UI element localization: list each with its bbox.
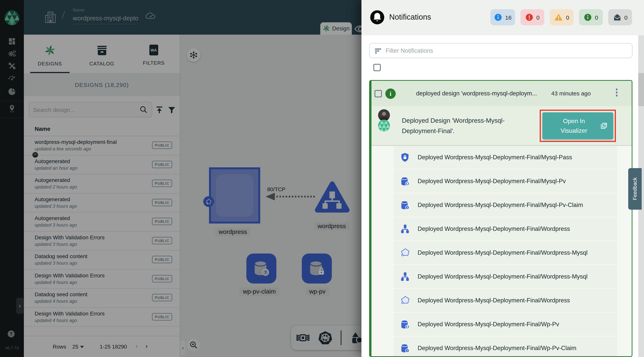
open-in-visualizer-button[interactable]: Open InVisualizer — [542, 112, 613, 139]
success-icon — [584, 13, 592, 21]
feedback-tab[interactable]: Feedback — [628, 168, 642, 210]
svg-text:?: ? — [406, 206, 408, 209]
service-pentagon-badge-icon[interactable] — [203, 196, 214, 207]
tab-filters[interactable]: WA FILTERS — [128, 35, 180, 73]
design-row[interactable]: Datadog seed contentupdated 4 hours agoP… — [24, 289, 180, 308]
kanvas-pin-icon[interactable] — [8, 104, 16, 114]
configuration-tools-icon[interactable] — [8, 61, 16, 70]
deployment-event-row[interactable]: Deployed Wordpress-Mysql-Deployment-Fina… — [394, 146, 617, 169]
info-count-pill[interactable]: 16 — [490, 9, 515, 25]
persistent-volume-icon — [400, 176, 410, 186]
notifications-drawer: Notifications 16 0 0 0 — [362, 0, 644, 357]
collapse-panel-handle[interactable]: ‹ — [180, 341, 186, 355]
search-design-input[interactable] — [33, 106, 139, 113]
design-row[interactable]: Design With Validation Errorsupdated 4 h… — [24, 270, 180, 289]
node-wp-pv-claim[interactable]: ? — [246, 254, 276, 284]
canvas-menu-button[interactable] — [187, 48, 200, 62]
help-icon[interactable]: ? — [8, 331, 15, 337]
design-name-input[interactable] — [73, 15, 138, 24]
next-page-button[interactable]: › — [146, 342, 148, 350]
edge-port-label: 80/TCP — [267, 186, 286, 192]
active-tab-indicator — [30, 72, 70, 73]
node-label-wp-pv-claim: wp-pv-claim — [240, 287, 279, 296]
tab-catalog[interactable]: CATALOG — [76, 35, 128, 73]
notification-checkbox[interactable] — [374, 90, 382, 97]
scrollbar-thumb[interactable] — [638, 73, 644, 106]
breadcrumb-separator: / — [61, 9, 66, 21]
deployment-event-row[interactable]: ?Deployed Wordpress-Mysql-Deployment-Fin… — [394, 337, 617, 357]
event-text: Deployed Wordpress-Mysql-Deployment-Fina… — [418, 202, 583, 209]
deployment-event-row[interactable]: Deployed Wordpress-Mysql-Deployment-Fina… — [394, 241, 617, 264]
prev-page-button[interactable]: ‹ — [136, 342, 138, 350]
zoom-in-button[interactable] — [187, 339, 200, 352]
deployment-icon — [400, 272, 410, 282]
notification-menu-button[interactable] — [613, 87, 620, 97]
design-row[interactable]: Autogeneratedupdated 2 hours agoPUBLIC — [24, 174, 180, 193]
rows-label: Rows — [53, 344, 66, 350]
svg-text:?: ? — [406, 349, 408, 353]
edge-80-tcp[interactable] — [265, 192, 316, 202]
pagination-range: 1-25 18290 — [100, 344, 127, 350]
dock-divider — [341, 331, 342, 345]
event-text: Deployed Wordpress-Mysql-Deployment-Fina… — [418, 178, 566, 185]
performance-icon[interactable] — [8, 73, 16, 82]
warning-icon — [554, 13, 563, 21]
design-canvas[interactable]: wordpress 80/TCP wordpress ? wp-pv-claim… — [180, 35, 362, 357]
warning-count-pill[interactable]: 0 — [550, 9, 574, 25]
secret-shield-icon — [400, 152, 410, 162]
design-row[interactable]: Design With Validation Errorsupdated 3 h… — [24, 231, 180, 250]
node-label-wordpress-service: wordpress — [215, 228, 250, 236]
rail-divider — [0, 118, 24, 118]
organization-icon[interactable] — [44, 11, 57, 24]
node-wp-pv[interactable] — [302, 254, 332, 284]
design-row[interactable]: wordpress-mysql-deployment-finalupdated … — [24, 136, 180, 155]
severity-filter-pills: 16 0 0 0 0 — [490, 9, 632, 25]
search-design-box[interactable] — [29, 102, 152, 117]
meshery-logo-icon[interactable] — [4, 10, 20, 25]
rows-per-page-select[interactable]: 25 — [72, 344, 84, 350]
visibility-badge: PUBLIC — [152, 199, 172, 206]
design-row[interactable]: Autogeneratedupdated 3 hours agoPUBLIC — [24, 212, 180, 231]
expand-rail-button[interactable]: › — [16, 298, 24, 314]
deployment-event-row[interactable]: Deployed Wordpress-Mysql-Deployment-Fina… — [394, 265, 617, 288]
deployment-event-row[interactable]: Deployed Wordpress-Mysql-Deployment-Fina… — [394, 313, 617, 336]
deployment-event-row[interactable]: ?Deployed Wordpress-Mysql-Deployment-Fin… — [394, 194, 617, 217]
select-all-checkbox[interactable] — [374, 64, 381, 71]
visibility-badge: PUBLIC — [152, 180, 172, 187]
deployment-event-row[interactable]: Deployed Wordpress-Mysql-Deployment-Fina… — [394, 289, 617, 312]
visibility-badge: PUBLIC — [152, 142, 172, 149]
notification-summary-row[interactable]: i deployed design 'wordpress-mysql-deplo… — [372, 81, 632, 106]
column-header-name: Name — [24, 123, 180, 136]
search-icon — [139, 105, 148, 114]
filter-notifications-box[interactable] — [369, 43, 632, 58]
notifications-bell-icon — [370, 10, 384, 25]
read-count-pill[interactable]: 0 — [608, 9, 632, 25]
upload-design-icon[interactable] — [155, 106, 164, 114]
design-row[interactable]: Autogeneratedupdated 3 hours agoPUBLIC — [24, 193, 180, 212]
node-body — [216, 174, 253, 217]
error-count-pill[interactable]: 0 — [520, 9, 544, 25]
components-chip-icon[interactable] — [296, 331, 310, 345]
tab-designs[interactable]: DESIGNS — [24, 35, 76, 73]
event-text: Deployed Wordpress-Mysql-Deployment-Fina… — [418, 225, 570, 232]
meshery-app: › ? v0.7.73 / Name Design DESIGNS — [0, 0, 644, 357]
lifecycle-settings-icon[interactable] — [8, 49, 16, 58]
design-row[interactable]: Datadog seed contentupdated 3 hours agoP… — [24, 250, 180, 270]
success-count-pill[interactable]: 0 — [579, 9, 603, 25]
design-name-label: Name — [73, 8, 84, 12]
design-row[interactable]: Autogeneratedupdated an hour agoPUBLIC — [24, 155, 180, 174]
deployment-event-row[interactable]: Deployed Wordpress-Mysql-Deployment-Fina… — [394, 170, 617, 193]
tab-design-mode[interactable]: Design — [320, 22, 352, 35]
info-badge-icon: i — [385, 88, 396, 99]
kubernetes-icon[interactable] — [318, 331, 332, 345]
event-text: Deployed Wordpress-Mysql-Deployment-Fina… — [418, 297, 570, 304]
filter-designs-icon[interactable] — [168, 106, 176, 114]
dashboard-icon[interactable] — [8, 37, 16, 45]
node-wordpress-deployment[interactable] — [315, 181, 350, 213]
design-row[interactable]: Design With Validation Errorsupdated 4 h… — [24, 308, 180, 327]
deployment-event-row[interactable]: Deployed Wordpress-Mysql-Deployment-Fina… — [394, 217, 617, 240]
visibility-badge: PUBLIC — [152, 161, 172, 168]
filter-notifications-input[interactable] — [386, 47, 628, 54]
node-wordpress-service[interactable] — [209, 167, 260, 224]
extensions-mesh-icon[interactable] — [8, 87, 16, 96]
